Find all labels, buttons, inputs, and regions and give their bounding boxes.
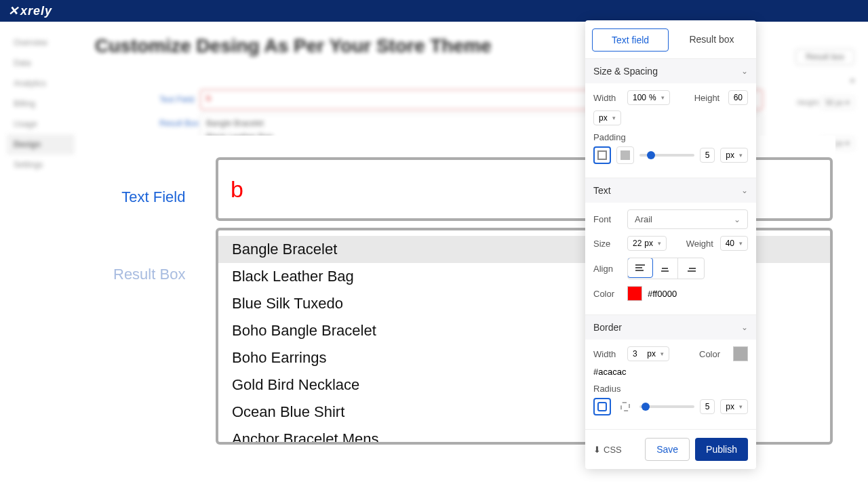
chevron-down-icon: ⌄ — [741, 323, 748, 332]
padding-uniform-icon[interactable] — [593, 146, 611, 164]
size-input[interactable]: 22 px — [627, 236, 667, 251]
color-label: Color — [593, 289, 622, 299]
section-text[interactable]: Text⌄ — [585, 178, 756, 203]
text-color-swatch[interactable] — [627, 286, 642, 301]
sidebar-item[interactable]: Settings — [14, 155, 75, 175]
top-bar: ✕xrely — [0, 0, 868, 22]
border-color-value: #acacac — [593, 367, 626, 377]
radius-unit[interactable]: px — [720, 399, 748, 414]
font-label: Font — [593, 214, 622, 224]
border-color-swatch[interactable] — [733, 346, 748, 361]
section-border[interactable]: Border⌄ — [585, 314, 756, 340]
height-input[interactable]: 60 — [728, 90, 748, 105]
weight-label: Weight — [686, 239, 715, 249]
radius-uniform-icon[interactable] — [593, 398, 611, 415]
label-text-field: Text Field — [113, 188, 185, 206]
radius-value[interactable]: 5 — [700, 399, 715, 414]
text-field-value: b — [231, 176, 243, 203]
align-left-button[interactable] — [627, 258, 653, 278]
size-label: Size — [593, 239, 622, 249]
align-right-button[interactable] — [678, 258, 704, 279]
radius-separate-icon[interactable] — [616, 398, 634, 415]
bg-right-pills: Result box — [791, 49, 854, 65]
padding-label: Padding — [593, 132, 748, 142]
padding-slider[interactable] — [639, 154, 694, 157]
height-label: Height — [694, 93, 723, 103]
label-result-box: Result Box — [113, 266, 185, 283]
padding-separate-icon[interactable] — [616, 146, 634, 164]
sidebar-item[interactable]: Analytics — [14, 73, 75, 94]
sidebar-item[interactable]: Overview — [14, 33, 75, 53]
page-title: Customize Desing As Per Your Store Theme — [95, 35, 492, 57]
align-center-button[interactable] — [652, 258, 678, 279]
sidebar-item[interactable]: Billing — [14, 94, 75, 114]
chevron-down-icon: ⌄ — [741, 186, 748, 195]
brand-logo: ✕xrely — [8, 3, 52, 18]
bg-label-resultbox: Result Box — [159, 119, 199, 128]
tab-result-box[interactable]: Result box — [674, 28, 749, 52]
border-width-label: Width — [593, 349, 622, 359]
weight-input[interactable]: 40 — [720, 236, 748, 251]
text-color-value: #ff0000 — [648, 289, 677, 299]
sidebar-item[interactable]: Usage — [14, 114, 75, 134]
sidebar: Overview Data Analytics Billing Usage De… — [0, 22, 75, 175]
font-select[interactable]: Arail⌄ — [627, 209, 748, 229]
padding-unit[interactable]: px — [720, 148, 748, 163]
radius-label: Radius — [593, 384, 748, 394]
bg-label-textfield: Text Field — [159, 95, 194, 104]
tab-text-field[interactable]: Text field — [592, 28, 669, 52]
align-label: Align — [593, 264, 622, 274]
sidebar-item[interactable]: Data — [14, 53, 75, 73]
radius-slider[interactable] — [639, 405, 694, 408]
width-input[interactable]: 100 % — [627, 90, 670, 105]
save-button[interactable]: Save — [645, 438, 690, 461]
section-size-spacing[interactable]: Size & Spacing⌄ — [585, 58, 756, 83]
properties-panel: Text field Result box Size & Spacing⌄ Wi… — [585, 20, 756, 469]
width-label: Width — [593, 93, 622, 103]
padding-value[interactable]: 5 — [700, 148, 715, 163]
css-link[interactable]: ⬇CSS — [593, 445, 622, 455]
publish-button[interactable]: Publish — [695, 438, 748, 461]
sidebar-item-design[interactable]: Design — [7, 134, 75, 155]
height-unit[interactable]: px — [593, 110, 621, 125]
border-width-input[interactable]: 3 px — [627, 346, 669, 361]
border-color-label: Color — [699, 349, 728, 359]
chevron-down-icon: ⌄ — [741, 66, 748, 76]
download-icon: ⬇ — [593, 445, 601, 455]
